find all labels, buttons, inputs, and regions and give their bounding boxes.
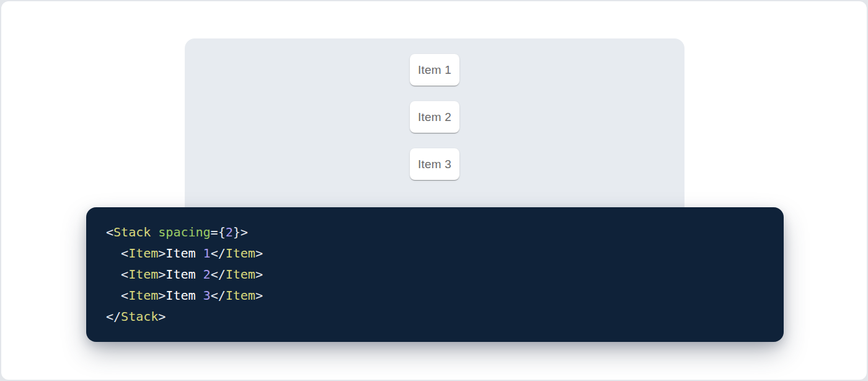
- code-token-punct: }>: [233, 225, 248, 240]
- stack-container: Item 1 Item 2 Item 3: [185, 38, 684, 180]
- code-token-tag: Item: [226, 267, 255, 282]
- code-token-attr: spacing: [158, 225, 210, 240]
- code-token-punct: </: [106, 309, 121, 324]
- code-token-plain: [106, 267, 121, 282]
- code-token-tag: Stack: [113, 225, 151, 240]
- code-token-punct: ={: [211, 225, 226, 240]
- code-token-num: 2: [203, 267, 211, 282]
- code-token-punct: </: [211, 288, 226, 303]
- code-token-punct: >: [158, 309, 166, 324]
- code-block: <Stack spacing={2}> <Item>Item 1</Item> …: [86, 207, 784, 342]
- code-token-plain: [151, 225, 158, 240]
- stack-item: Item 2: [410, 101, 459, 133]
- code-token-plain: [106, 288, 121, 303]
- code-token-punct: <: [106, 225, 113, 240]
- code-line: <Item>Item 3</Item>: [106, 285, 769, 306]
- stack-item: Item 3: [410, 148, 459, 180]
- code-lines: <Stack spacing={2}> <Item>Item 1</Item> …: [106, 222, 769, 327]
- code-token-punct: >: [255, 267, 263, 282]
- code-token-punct: >: [255, 246, 263, 261]
- code-token-punct: </: [211, 246, 226, 261]
- code-token-plain: Item: [166, 246, 203, 261]
- code-token-punct: <: [121, 267, 128, 282]
- code-token-num: 2: [226, 225, 233, 240]
- code-token-punct: <: [121, 246, 128, 261]
- code-token-num: 3: [203, 288, 211, 303]
- code-token-plain: Item: [166, 288, 203, 303]
- code-token-punct: <: [121, 288, 128, 303]
- code-line: <Stack spacing={2}>: [106, 222, 769, 243]
- code-token-tag: Item: [128, 288, 158, 303]
- code-token-tag: Item: [128, 267, 158, 282]
- code-token-punct: </: [211, 267, 226, 282]
- code-token-num: 1: [203, 246, 211, 261]
- code-token-tag: Item: [128, 246, 158, 261]
- code-token-tag: Item: [226, 288, 255, 303]
- code-token-tag: Item: [226, 246, 255, 261]
- stack-item: Item 1: [410, 54, 459, 86]
- code-line: <Item>Item 1</Item>: [106, 243, 769, 264]
- code-token-punct: >: [158, 267, 166, 282]
- code-token-punct: >: [158, 288, 166, 303]
- page-background: Item 1 Item 2 Item 3 <Stack spacing={2}>…: [1, 1, 867, 380]
- code-token-punct: >: [158, 246, 166, 261]
- code-token-plain: [106, 246, 121, 261]
- code-token-tag: Stack: [121, 309, 158, 324]
- code-token-plain: Item: [166, 267, 203, 282]
- code-token-punct: >: [255, 288, 263, 303]
- code-line: </Stack>: [106, 306, 769, 327]
- code-line: <Item>Item 2</Item>: [106, 264, 769, 285]
